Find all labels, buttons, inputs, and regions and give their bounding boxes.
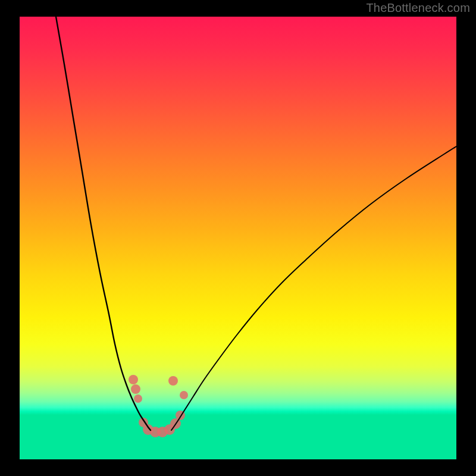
data-marker bbox=[134, 394, 142, 403]
chart-svg bbox=[20, 17, 456, 459]
data-marker bbox=[168, 376, 178, 386]
marker-group bbox=[129, 375, 188, 437]
watermark-text: TheBottleneck.com bbox=[366, 1, 470, 15]
data-marker bbox=[129, 375, 138, 384]
data-marker bbox=[131, 384, 140, 394]
plot-area bbox=[20, 17, 456, 459]
curve-left-branch bbox=[56, 17, 151, 430]
curve-right-branch bbox=[171, 146, 456, 430]
outer-frame: TheBottleneck.com bbox=[0, 0, 476, 476]
data-marker bbox=[180, 391, 188, 399]
